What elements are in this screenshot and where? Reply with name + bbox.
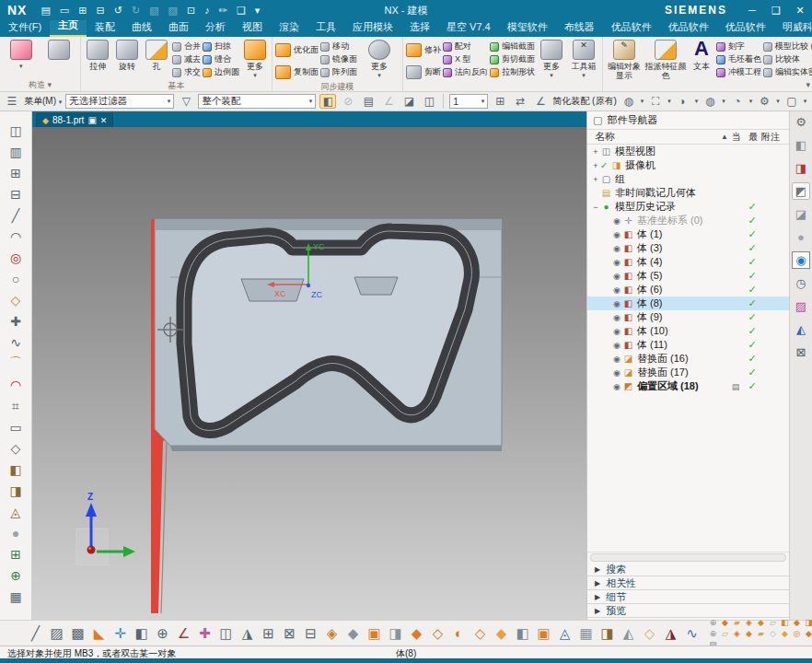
circle-center-icon[interactable]: ◎	[5, 248, 27, 268]
target-square-icon[interactable]: ▣	[534, 623, 553, 644]
cube-b-icon[interactable]: ◫	[421, 95, 437, 108]
eye-icon[interactable]: ◉	[611, 382, 622, 391]
hole-button[interactable]: 孔	[143, 39, 170, 71]
pattern-face-icon[interactable]: ▦	[576, 623, 596, 644]
preferences-gear-icon[interactable]: ⚙	[756, 95, 772, 108]
bracket-icon[interactable]: ◧	[513, 623, 532, 644]
model-compare-button[interactable]: 模型比较 (即将失效)	[763, 41, 812, 52]
part-tab[interactable]: ◆ 88-1.prt ▣ ✕	[36, 113, 113, 127]
model-canvas[interactable]: YC XC ZC	[32, 127, 586, 620]
engrave-button[interactable]: 刻字	[716, 41, 761, 52]
eye-icon[interactable]: ◉	[611, 244, 622, 253]
maximize-button[interactable]: ❑	[764, 5, 788, 17]
compare-body-button[interactable]: 比较体	[763, 53, 812, 65]
minimize-button[interactable]: ─	[740, 5, 764, 16]
process-palette-icon[interactable]: ▨	[792, 297, 810, 315]
window-icon[interactable]: ❑	[232, 5, 250, 17]
toolbox-button[interactable]: ✕工具箱▾	[568, 39, 599, 80]
history-icon[interactable]: ◷	[792, 274, 810, 292]
eye-icon[interactable]: ◉	[611, 355, 622, 364]
cylinder-icon[interactable]: ⊟	[5, 184, 27, 204]
eye-icon[interactable]: ◉	[611, 216, 622, 226]
reverse-normal-button[interactable]: 法向反向	[443, 66, 488, 78]
face-4-icon[interactable]: ◆	[755, 617, 767, 628]
tree-item[interactable]: ◉✛基准坐标系 (0)✓	[587, 214, 789, 227]
tree-item[interactable]: ◉◧体 (6)✓	[587, 283, 789, 297]
patch-more-button[interactable]: 更多▾	[537, 39, 566, 80]
x-form-button[interactable]: X 型	[443, 53, 488, 65]
assign-feature-color-button[interactable]: 指派特征颜色	[644, 39, 687, 80]
tab-restore-icon[interactable]: ▣	[87, 115, 96, 125]
edge-blend-button[interactable]: 边倒圆	[203, 66, 239, 78]
tab-youpin-1[interactable]: 优品软件	[603, 18, 660, 37]
line-icon[interactable]: ╱	[26, 623, 45, 644]
sketch-in-task-button[interactable]	[41, 39, 78, 62]
snap-link-icon[interactable]: ⊘	[340, 95, 356, 108]
tab-assembly[interactable]: 装配	[87, 18, 123, 37]
move-handle-icon[interactable]: ⊕	[153, 623, 172, 644]
tree-item[interactable]: ◉◧体 (5)✓	[587, 269, 789, 283]
move-face-button[interactable]: 移动	[320, 41, 357, 52]
face-5-icon[interactable]: ▱	[767, 617, 779, 628]
move-object-icon[interactable]: ◧	[132, 623, 151, 644]
face-15-icon[interactable]: ◆	[779, 628, 791, 639]
show-hide-icon[interactable]: ◔	[729, 95, 746, 108]
eye-icon[interactable]: ◉	[611, 285, 622, 295]
face-1-icon[interactable]: ◆	[719, 617, 731, 628]
edit-section-button[interactable]: 编辑截面	[490, 41, 535, 52]
tab-curve[interactable]: 曲线	[123, 18, 160, 37]
tree-item[interactable]: +✓◨摄像机✓	[587, 158, 789, 172]
mirror-face-button[interactable]: 镜像面	[320, 53, 357, 65]
point-build-icon[interactable]: ◬	[555, 623, 574, 644]
toolbox-icon[interactable]: ⊠	[792, 343, 810, 361]
revolve-button[interactable]: 旋转	[113, 39, 141, 71]
face-13-icon[interactable]: ▰	[755, 628, 767, 639]
face-10-icon[interactable]: ▱	[719, 628, 731, 639]
knowledge-icon[interactable]: ◭	[792, 320, 810, 338]
curve-offset-icon[interactable]: ⌒	[5, 354, 27, 374]
swap-icon[interactable]: ⇄	[512, 95, 528, 108]
shaded-view-icon[interactable]: ◗	[675, 95, 691, 108]
face-2-icon[interactable]: ▰	[731, 617, 743, 628]
sketch-icon[interactable]: ◣	[89, 623, 109, 644]
gear-mini-icon[interactable]: ⊕	[707, 628, 719, 639]
patch-button[interactable]: 修补	[406, 41, 441, 59]
rectangle-icon[interactable]: ▭	[5, 417, 27, 437]
tree-item[interactable]: ◉◩偏置区域 (18)▤✓	[587, 379, 789, 393]
tab-youpin-2[interactable]: 优品软件	[660, 18, 717, 37]
datum-grid-icon[interactable]: ▨	[47, 623, 66, 644]
conic-icon[interactable]: ◠	[5, 375, 27, 395]
tab-selection[interactable]: 选择	[401, 18, 438, 37]
tab-youpin-3[interactable]: 优品软件	[717, 18, 774, 37]
sheet-orange-icon[interactable]: ◆	[407, 623, 426, 644]
tab-tools[interactable]: 工具	[307, 18, 344, 37]
datum-axis-icon[interactable]: ⊕	[5, 565, 27, 586]
section-item[interactable]: ▶相关性	[587, 576, 789, 590]
touch-icon[interactable]: ✏	[215, 5, 232, 17]
layer-delete-icon[interactable]: ⊠	[280, 623, 299, 644]
copy-object-icon[interactable]: ⊞	[5, 163, 27, 183]
face-14-icon[interactable]: ◇	[767, 628, 779, 639]
mirror-wings-icon[interactable]: ◭	[619, 623, 638, 644]
box-pair-icon[interactable]: ◨	[597, 623, 617, 644]
eye-icon[interactable]: ◉	[611, 272, 622, 281]
save-icon[interactable]: ⊞	[74, 5, 91, 17]
csys-icon[interactable]: ✚	[195, 623, 215, 644]
face-11-icon[interactable]: ◈	[731, 628, 743, 639]
tree-item[interactable]: ◉◧体 (1)✓	[587, 227, 789, 241]
bend-icon[interactable]: ◇	[470, 623, 490, 644]
datum-plane-icon[interactable]: ⊞	[5, 544, 27, 564]
arrow-flag-icon[interactable]: ◮	[238, 623, 257, 644]
face-6-icon[interactable]: ◧	[779, 617, 791, 628]
tab-mingwei[interactable]: 明威科技	[774, 18, 812, 37]
cylinder-solid-icon[interactable]: ◨	[5, 481, 27, 501]
copy-face-button[interactable]: 复制面	[275, 63, 319, 81]
tree-item[interactable]: −●模型历史记录✓	[587, 200, 789, 214]
face-17-icon[interactable]: ◆	[803, 628, 812, 639]
pull-shape-button[interactable]: 拉制形状	[490, 66, 535, 78]
face-7-icon[interactable]: ◆	[791, 617, 803, 628]
navigator-column-header[interactable]: 名称▲ 当 最 附注	[587, 130, 789, 145]
pocket-right[interactable]	[354, 277, 398, 295]
pattern-curve-icon[interactable]: ⌗	[5, 396, 27, 416]
optimize-face-button[interactable]: 优化面	[275, 41, 319, 59]
